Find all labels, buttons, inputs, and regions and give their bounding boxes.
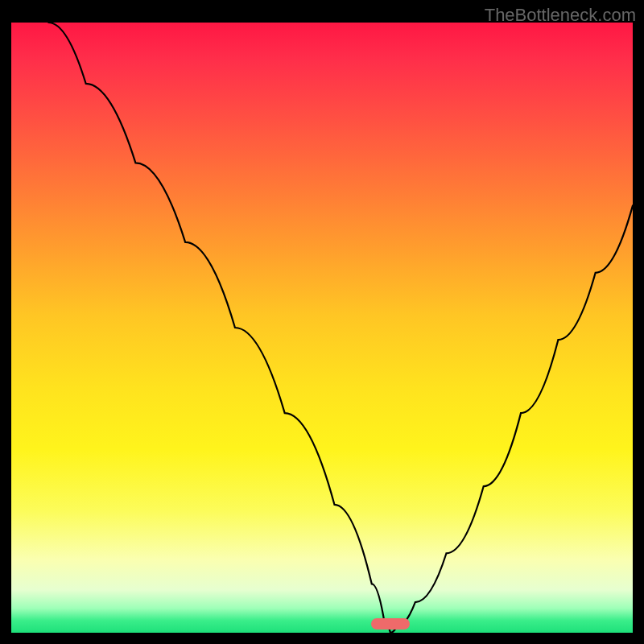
watermark-text: TheBottleneck.com bbox=[485, 5, 636, 26]
chart-frame: TheBottleneck.com bbox=[0, 0, 644, 644]
plot-area bbox=[11, 23, 633, 633]
bottleneck-curve bbox=[11, 23, 633, 633]
optimal-point-marker bbox=[371, 618, 410, 630]
